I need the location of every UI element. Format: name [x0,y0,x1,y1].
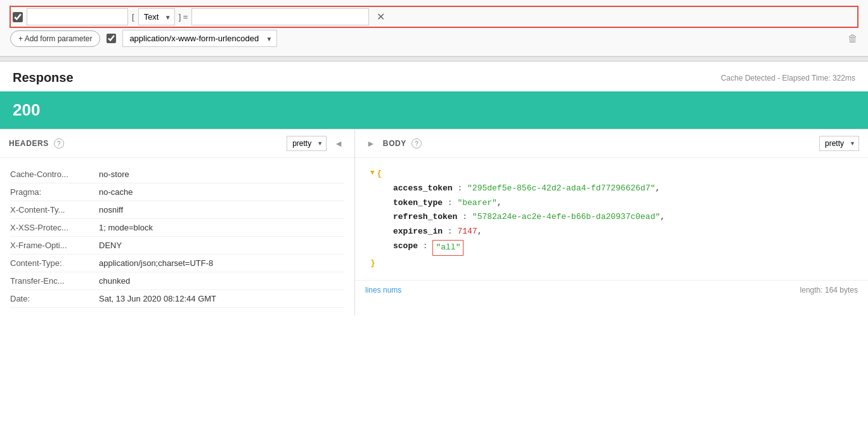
body-label: BODY [383,139,406,148]
header-value: 1; mode=block [99,223,344,232]
body-content: ▼ { access_token : "295def5e-856c-42d2-a… [355,158,868,280]
header-key: Content-Type: [10,258,99,268]
json-key-token-type: token_type [393,197,443,210]
bracket-close: ] = [179,12,188,22]
section-divider [0,56,868,62]
header-value: Sat, 13 Jun 2020 08:12:44 GMT [99,294,344,303]
response-header: Response Cache Detected - Elapsed Time: … [0,62,868,91]
table-row: Content-Type: application/json;charset=U… [10,255,344,272]
header-value: no-cache [99,187,344,197]
form-params-section: scope [ Text File ] = all ✕ + Add form p… [0,0,868,56]
form-type-checkbox[interactable] [107,34,116,43]
header-key: Date: [10,294,99,303]
json-line-scope: scope : "all" [370,239,853,256]
body-footer: lines nums length: 164 bytes [355,280,868,300]
headers-table: Cache-Contro... no-store Pragma: no-cach… [0,158,354,315]
json-key-expires-in: expires_in [393,225,443,239]
json-key-scope: scope [393,240,418,253]
headers-help-icon[interactable]: ? [54,138,64,149]
json-collapse-arrow[interactable]: ▼ [370,168,375,179]
body-format-wrapper: pretty raw [819,136,859,151]
headers-format-select[interactable]: pretty raw [287,136,327,151]
json-line-token-type: token_type : "bearer" , [370,196,853,211]
table-row: X-XSS-Protec... 1; mode=block [10,219,344,237]
json-value-token-type: "bearer" [457,197,496,210]
json-value-refresh-token: "5782a24e-ac2e-4efe-b66b-da20937c0ead" [472,211,660,224]
scope-highlight-box: "all" [432,240,463,256]
cache-info: Cache Detected - Elapsed Time: 322ms [721,74,855,83]
add-param-button[interactable]: + Add form parameter [10,30,100,47]
body-panel: ► BODY ? pretty raw ▼ { access_token [355,129,868,315]
status-code: 200 [13,100,40,119]
param-name-input[interactable]: scope [27,8,128,25]
headers-label: HEADERS [9,139,49,148]
header-key: X-Frame-Opti... [10,241,99,250]
header-value: chunked [99,276,344,286]
json-key-refresh-token: refresh_token [393,211,457,224]
header-key: Pragma: [10,187,99,197]
json-line-refresh-token: refresh_token : "5782a24e-ac2e-4efe-b66b… [370,210,853,225]
table-row: Cache-Contro... no-store [10,166,344,183]
json-value-scope: "all" [436,242,460,252]
form-type-select-wrapper: application/x-www-form-urlencoded multip… [122,30,277,47]
json-key-access-token: access_token [393,182,453,196]
header-key: X-Content-Ty... [10,205,99,215]
header-key: Transfer-Enc... [10,276,99,286]
json-value-expires-in: 7147 [457,225,477,239]
body-format-select[interactable]: pretty raw [819,136,859,151]
response-section: Response Cache Detected - Elapsed Time: … [0,62,868,315]
table-row: Pragma: no-cache [10,183,344,201]
param-checkbox[interactable] [13,12,23,22]
header-value: application/json;charset=UTF-8 [99,258,344,268]
json-line-brace-open: ▼ { [370,167,853,182]
json-open-brace: { [377,168,382,181]
body-help-icon[interactable]: ? [411,138,422,149]
table-row: X-Content-Ty... nosniff [10,201,344,219]
param-type-select[interactable]: Text File [138,8,175,25]
lines-nums-link[interactable]: lines nums [365,286,401,295]
headers-toolbar: HEADERS ? pretty raw ◄ [0,129,354,158]
json-line-access-token: access_token : "295def5e-856c-42d2-ada4-… [370,182,853,196]
header-value: no-store [99,169,344,179]
param-value-input[interactable]: all [191,8,369,25]
header-value: nosniff [99,205,344,215]
form-delete-icon[interactable]: 🗑 [848,33,858,44]
json-line-brace-close: } [370,256,853,271]
table-row: Transfer-Enc... chunked [10,272,344,290]
header-value: DENY [99,241,344,250]
form-type-row: + Add form parameter application/x-www-f… [10,30,858,47]
form-type-select[interactable]: application/x-www-form-urlencoded multip… [122,30,277,47]
headers-collapse-arrow[interactable]: ◄ [332,137,346,150]
length-info: length: 164 bytes [800,286,858,295]
param-type-wrapper: Text File [138,8,175,25]
header-key: X-XSS-Protec... [10,223,99,232]
json-value-access-token: "295def5e-856c-42d2-ada4-fd77296626d7" [467,182,655,196]
table-row: X-Frame-Opti... DENY [10,237,344,255]
param-row-highlighted: scope [ Text File ] = all ✕ [10,6,858,27]
response-body-area: HEADERS ? pretty raw ◄ Cache-Contro... n… [0,129,868,315]
headers-panel: HEADERS ? pretty raw ◄ Cache-Contro... n… [0,129,355,315]
bracket-open: [ [132,12,134,22]
param-delete-button[interactable]: ✕ [373,10,389,24]
status-bar: 200 [0,91,868,129]
table-row: Date: Sat, 13 Jun 2020 08:12:44 GMT [10,290,344,308]
header-key: Cache-Contro... [10,169,99,179]
json-line-expires-in: expires_in : 7147 , [370,225,853,239]
json-close-brace: } [370,257,375,270]
body-toolbar: ► BODY ? pretty raw [355,129,868,158]
body-expand-arrow[interactable]: ► [364,137,378,150]
headers-format-wrapper: pretty raw [287,136,327,151]
response-title: Response [13,70,74,85]
